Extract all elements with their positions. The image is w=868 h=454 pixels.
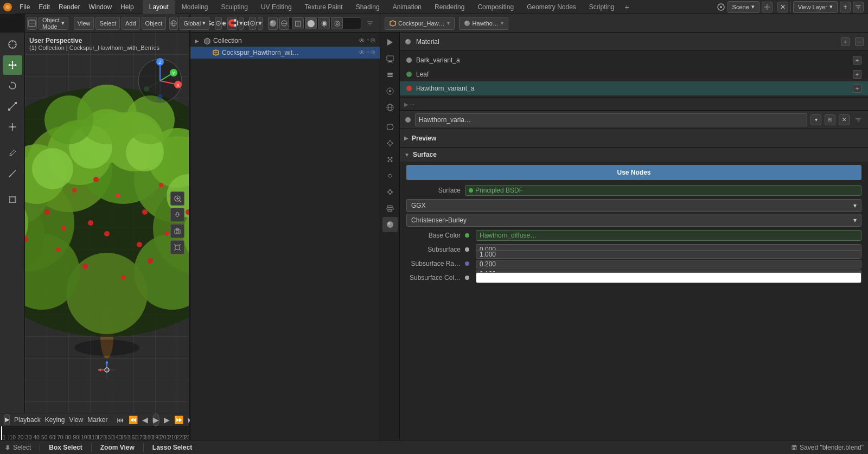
use-nodes-button[interactable]: Use Nodes <box>406 165 861 180</box>
leaf-material-add-user[interactable]: + <box>853 70 861 79</box>
add-workspace-button[interactable]: + <box>621 1 633 13</box>
jump-next-keyframe-button[interactable]: ⏩ <box>174 414 183 425</box>
transform-tool[interactable] <box>3 117 22 137</box>
material-link-button[interactable]: ✕ <box>839 114 850 125</box>
tab-sculpting[interactable]: Sculpting <box>215 0 254 14</box>
proportional-editing-icon[interactable]: ⊙ <box>249 17 256 30</box>
outliner-filter-button[interactable] <box>365 18 375 29</box>
rotate-tool[interactable] <box>3 76 22 95</box>
object-visible-icon[interactable]: 👁 <box>359 49 365 56</box>
view-layer-selector[interactable]: View Layer ▾ <box>793 1 838 13</box>
blender-logo[interactable] <box>0 0 15 14</box>
subsurface-r-input[interactable]: 1.000 <box>476 250 861 259</box>
viewport-shading-icon[interactable] <box>268 17 278 30</box>
pan-button[interactable] <box>170 208 184 222</box>
jump-prev-keyframe-button[interactable]: ⏪ <box>129 414 138 425</box>
tree-object[interactable] <box>25 60 189 386</box>
preview-section[interactable]: ▶ Preview <box>400 129 868 148</box>
collection-visible-icon[interactable]: 👁 <box>359 37 365 44</box>
tab-modeling[interactable]: Modeling <box>175 0 215 14</box>
subsurface-g-input[interactable]: 0.200 <box>476 260 861 268</box>
zoom-in-button[interactable] <box>170 191 184 206</box>
physics-props-icon[interactable] <box>382 168 398 183</box>
ggx-dropdown[interactable]: GGX ▾ <box>406 199 861 212</box>
timeline-track[interactable]: 1 10 20 30 40 50 60 70 80 90 100 110 120… <box>0 426 189 440</box>
viewport-overlay-icon[interactable] <box>279 17 289 30</box>
keying-label[interactable]: Keying <box>45 416 65 424</box>
file-menu[interactable]: File <box>15 0 34 14</box>
object-menu-btn[interactable]: Object <box>142 17 167 30</box>
tab-compositing[interactable]: Compositing <box>471 0 520 14</box>
modifier-props-icon[interactable] <box>382 136 398 151</box>
particles-props-icon[interactable] <box>382 152 398 167</box>
tab-shading[interactable]: Shading <box>349 0 386 14</box>
marker-label[interactable]: Marker <box>87 416 107 424</box>
add-menu-btn[interactable]: Add <box>122 17 140 30</box>
scene-properties-button[interactable] <box>762 2 773 12</box>
play-forward-button[interactable]: ▶ <box>164 414 170 425</box>
scene-selector[interactable]: Scene ▾ <box>727 1 760 13</box>
viewport-3d[interactable]: User Perspective (1) Collection | Cocksp… <box>25 33 189 413</box>
tab-texture-paint[interactable]: Texture Paint <box>298 0 349 14</box>
rendered-shading-btn[interactable]: ◎ <box>331 17 343 29</box>
proportional-type-icon[interactable]: ▾ <box>258 17 263 30</box>
object-props-icon[interactable] <box>382 119 398 135</box>
playback-label[interactable]: Playback <box>14 416 41 424</box>
material-leaf[interactable]: Leaf + <box>400 67 868 81</box>
edit-menu[interactable]: Edit <box>34 0 54 14</box>
base-color-value[interactable]: Hawthorn_diffuse… <box>476 230 861 241</box>
material-browse-button[interactable]: ▾ <box>810 114 821 125</box>
material-hawthorn-variant[interactable]: Hawthorn_variant_a + <box>400 81 868 95</box>
outliner-collection[interactable]: ▶ Collection 👁 ○ ◎ <box>190 35 380 47</box>
tab-animation[interactable]: Animation <box>386 0 428 14</box>
view-layer-add-button[interactable]: + <box>840 2 851 12</box>
material-slot-dropdown[interactable]: Hawtho… ▾ <box>459 17 508 30</box>
hawthorn-material-add-user[interactable]: + <box>853 84 861 93</box>
object-mode-dropdown[interactable]: Object Mode ▾ <box>39 17 68 30</box>
object-viewport-icon[interactable]: ○ <box>366 49 369 56</box>
material-slots-expand[interactable]: ▶ ··· <box>400 98 868 111</box>
cursor-tool[interactable] <box>3 35 22 54</box>
material-name-input[interactable] <box>415 113 807 126</box>
select-menu-btn[interactable]: Select <box>95 17 120 30</box>
solid-shading-btn[interactable]: ⬤ <box>305 17 317 29</box>
output-props-icon[interactable] <box>382 51 398 66</box>
render-props-icon[interactable] <box>382 35 398 50</box>
timeline-playhead[interactable] <box>1 426 2 440</box>
scale-tool[interactable] <box>3 97 22 116</box>
view-layer-props-icon[interactable] <box>382 67 398 82</box>
material-bark-variant[interactable]: Bark_variant_a + <box>400 53 868 67</box>
outliner-object[interactable]: Cockspur_Hawthorn_wit… 👁 ○ ◎ <box>190 47 380 59</box>
ortho-button[interactable] <box>170 240 184 254</box>
camera-button[interactable] <box>170 224 184 238</box>
material-shading-btn[interactable]: ◉ <box>318 17 330 29</box>
transform-orientation-dropdown[interactable]: Global ▾ <box>180 17 209 30</box>
surface-shader-value[interactable]: Principled BSDF <box>465 185 861 196</box>
play-backwards-button[interactable]: ◀ <box>142 414 148 425</box>
material-props-icon[interactable] <box>382 217 398 232</box>
viewport-gizmo[interactable]: Z Y X <box>136 56 184 105</box>
collection-render-icon[interactable]: ◎ <box>371 37 375 44</box>
view-layer-options-button[interactable] <box>853 2 864 12</box>
annotate-tool[interactable] <box>3 143 22 163</box>
snap-icon[interactable]: 🧲 <box>227 17 237 30</box>
play-button[interactable]: ▶ <box>152 413 159 426</box>
material-remove-slot-button[interactable]: − <box>855 37 864 46</box>
render-menu[interactable]: Render <box>54 0 84 14</box>
surface-section-header[interactable]: ▼ Surface <box>400 148 868 162</box>
tab-uv-editing[interactable]: UV Editing <box>254 0 298 14</box>
christensen-burley-dropdown[interactable]: Christensen-Burley ▾ <box>406 214 861 227</box>
material-filter-button[interactable] <box>853 114 864 125</box>
tab-scripting[interactable]: Scripting <box>583 0 621 14</box>
help-menu[interactable]: Help <box>116 0 138 14</box>
data-props-icon[interactable] <box>382 201 398 216</box>
scene-props-icon[interactable] <box>382 84 398 99</box>
window-menu[interactable]: Window <box>84 0 116 14</box>
move-tool[interactable] <box>3 55 22 75</box>
subsurface-color-value[interactable] <box>476 272 861 283</box>
timeline-editor-type-button[interactable]: ▶ <box>4 414 10 425</box>
close-scene-button[interactable]: ✕ <box>777 2 788 12</box>
pivot-point-icon[interactable]: ⊙ <box>215 17 222 30</box>
tab-layout[interactable]: Layout <box>143 0 175 14</box>
constraints-props-icon[interactable] <box>382 184 398 200</box>
